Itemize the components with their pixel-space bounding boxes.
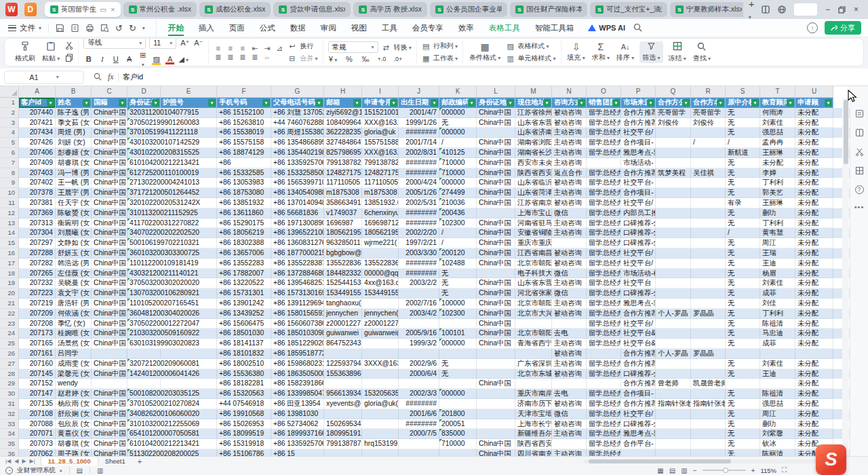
cell[interactable]: 吴晓蔓 (女 xyxy=(56,278,92,288)
cell[interactable]: 去电 xyxy=(552,328,587,339)
cell[interactable]: China中国 xyxy=(477,228,515,238)
cell[interactable] xyxy=(439,319,477,329)
row-header-29[interactable]: 29 xyxy=(0,379,19,389)
cell[interactable]: 207073 xyxy=(19,439,56,449)
new-document-tab-button[interactable]: + ▾ xyxy=(749,0,759,21)
row-header-1[interactable]: 1 xyxy=(0,98,19,108)
cell[interactable]: 799138787 xyxy=(324,439,362,449)
filter-dropdown-icon[interactable]: ▼ xyxy=(647,99,654,107)
cell[interactable]: 留学总经办 xyxy=(587,429,621,439)
cell[interactable]: 153205635 xyxy=(362,389,399,399)
sheet-tab-11_28_5_1000[interactable]: 11_28_5_1000 xyxy=(41,457,98,466)
cell[interactable]: 王一帆 (男 xyxy=(56,178,92,188)
cell[interactable] xyxy=(656,419,691,430)
cell[interactable]: 370105200210270824 xyxy=(127,399,161,409)
cell[interactable]: 未分配 xyxy=(795,269,833,279)
cell[interactable]: 2001/7/14 xyxy=(399,138,439,148)
share-button[interactable]: 分享 xyxy=(825,21,861,35)
cell[interactable]: 黄韦慧 xyxy=(760,228,795,238)
cell[interactable]: 无 xyxy=(726,288,760,299)
row-header-13[interactable]: 13 xyxy=(0,218,19,229)
cell[interactable] xyxy=(477,359,515,369)
cell[interactable]: 杨欣雨 (女 xyxy=(56,399,92,409)
cell[interactable]: +86 15332585 xyxy=(217,168,271,178)
cell[interactable]: China中国 xyxy=(92,319,127,329)
cell[interactable]: 2002/8/31 xyxy=(399,148,439,158)
cell[interactable]: 180562195 xyxy=(362,228,399,238)
row-header-24[interactable]: 24 xyxy=(0,328,19,339)
quickbar-dropdown-icon[interactable]: ▾ xyxy=(142,25,145,31)
cell[interactable]: 北京市朝阳 xyxy=(515,299,552,309)
cell[interactable]: 207406 xyxy=(19,148,56,158)
align-left-icon[interactable]: ≣ xyxy=(214,54,222,60)
header-cell[interactable]: 邮政编码▼ xyxy=(439,98,477,108)
header-cell[interactable]: 客户id▼ xyxy=(19,98,56,108)
decrease-decimal-button[interactable]: .0+ xyxy=(393,56,403,62)
cell[interactable] xyxy=(656,248,691,259)
cell[interactable]: +86 田亚13954 xyxy=(271,399,324,409)
column-header-A[interactable]: A xyxy=(19,86,56,98)
cell[interactable] xyxy=(324,449,362,456)
wps-ai-button[interactable]: WPS AI xyxy=(581,24,632,32)
cell[interactable]: 430103200107142529 xyxy=(127,138,161,148)
cell[interactable]: 200436 xyxy=(439,208,477,218)
cell[interactable]: 未分配 xyxy=(760,158,795,168)
cell[interactable]: 青海省西宁 xyxy=(515,339,552,349)
cell[interactable]: China中国 xyxy=(92,178,127,188)
cell[interactable]: 社交平台- xyxy=(621,178,656,188)
column-header-E[interactable]: E xyxy=(161,86,217,98)
cell[interactable]: China中国 xyxy=(477,309,515,319)
cell[interactable]: China中国 xyxy=(92,228,127,238)
column-header-B[interactable]: B xyxy=(56,86,92,98)
cell[interactable]: 罗晶晶 xyxy=(691,309,726,319)
cell[interactable]: 合作方推荐 xyxy=(621,359,656,369)
cell[interactable]: 山东省济南 xyxy=(515,128,552,138)
vertical-scrollbar[interactable] xyxy=(842,98,849,456)
horizontal-scrollbar[interactable] xyxy=(583,459,841,463)
cell[interactable]: 主动咨询 xyxy=(552,128,587,138)
wps-logo-icon[interactable]: W xyxy=(5,3,18,16)
cell[interactable]: +86 13611860 xyxy=(217,208,271,218)
cell[interactable]: 舒欣娴 (女 xyxy=(56,409,92,419)
cell[interactable]: 冯一博 (男 xyxy=(56,168,92,178)
close-button[interactable]: × xyxy=(854,5,859,14)
cell[interactable]: +86 18002510 xyxy=(217,359,271,369)
cell[interactable]: 留学总经办 xyxy=(587,188,621,198)
cell[interactable] xyxy=(656,439,691,449)
cell[interactable]: +86 1863505000 xyxy=(271,369,324,379)
row-header-21[interactable]: 21 xyxy=(0,299,19,309)
cell[interactable] xyxy=(691,278,726,288)
cell[interactable] xyxy=(656,299,691,309)
cell[interactable]: +86 18056219 xyxy=(217,228,271,238)
cell[interactable]: +86 15606475 xyxy=(217,319,271,329)
cell[interactable]: China中国 xyxy=(477,328,515,339)
row-header-34[interactable]: 34 xyxy=(0,429,19,439)
cell[interactable]: 2000/4/24 xyxy=(399,178,439,188)
cell[interactable]: 2003/2/2 xyxy=(399,278,439,288)
row-header-32[interactable]: 32 xyxy=(0,409,19,419)
cell[interactable]: 327484864 xyxy=(324,138,362,148)
cell[interactable] xyxy=(127,349,161,359)
cell[interactable]: 207232 xyxy=(19,278,56,288)
upload-icon[interactable]: ↑ xyxy=(807,22,818,33)
wps-promo-logo[interactable]: S xyxy=(816,444,846,475)
cell[interactable] xyxy=(552,238,587,248)
cell[interactable]: 被动咨询 xyxy=(552,369,587,379)
cell[interactable]: 无 xyxy=(726,218,760,229)
cell[interactable]: 微信 xyxy=(552,409,587,419)
cell[interactable]: 155751588 xyxy=(362,138,399,148)
cell[interactable]: +86 xyxy=(217,158,271,168)
cell[interactable]: China中国 xyxy=(477,319,515,329)
cell[interactable] xyxy=(439,449,477,456)
cell[interactable]: China中国 xyxy=(477,218,515,229)
cell[interactable] xyxy=(362,449,399,456)
cell[interactable]: +86 1580156591 xyxy=(271,309,324,319)
cell[interactable]: 2003/3/30 xyxy=(399,248,439,259)
column-header-H[interactable]: H xyxy=(324,86,362,98)
menu-tab-公式[interactable]: 公式 xyxy=(252,19,283,37)
cell[interactable] xyxy=(656,429,691,439)
cell[interactable]: 合作方推荐 xyxy=(621,349,656,359)
cell[interactable]: 北京市东城 xyxy=(515,369,552,379)
row-header-25[interactable]: 25 xyxy=(0,339,19,349)
cell[interactable] xyxy=(552,319,587,329)
